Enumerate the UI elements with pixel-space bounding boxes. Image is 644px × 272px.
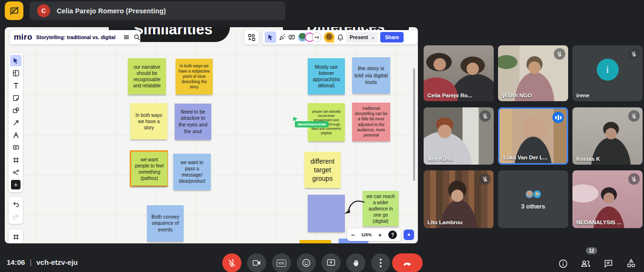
participant-name: Ikra Künü: [427, 156, 453, 162]
reactions-tool-icon[interactable]: [279, 34, 286, 41]
people-icon: [580, 258, 591, 269]
collaborator-overflow[interactable]: +4: [312, 32, 322, 42]
mic-muted-icon: [628, 110, 640, 122]
chat-button[interactable]: [602, 258, 614, 269]
mic-toggle-button[interactable]: [222, 253, 241, 272]
zoom-level[interactable]: 125%: [361, 232, 372, 237]
undo-icon[interactable]: [10, 199, 21, 210]
meet-app-icon[interactable]: [5, 1, 23, 20]
sticky-note[interactable]: In both ways we have a subjective point …: [176, 59, 213, 94]
end-call-icon: [402, 258, 413, 268]
arrow-tool-icon[interactable]: [10, 117, 21, 128]
participant-name: Luka Van Der L...: [503, 155, 548, 160]
raise-hand-button[interactable]: [346, 253, 365, 272]
sticky-note[interactable]: Need to be atractive to the eyes and the…: [175, 104, 211, 140]
sticky-note[interactable]: different target groups: [304, 152, 341, 188]
participant-tile[interactable]: Ikra Künü: [424, 107, 494, 165]
participant-tile[interactable]: Lito Lambrou: [424, 170, 494, 228]
pen-tool-icon[interactable]: [10, 129, 21, 141]
remote-cursor-name: danielmascrema: [295, 121, 329, 127]
miro-header: miro Storytelling: traditional vs. digit…: [10, 30, 140, 44]
notifications-bell-icon[interactable]: [337, 34, 344, 41]
participant-tile[interactable]: yEUth NGO: [498, 45, 568, 101]
mic-muted-icon: [554, 48, 565, 60]
lightning-icon: ⚡: [331, 39, 336, 44]
text-tool-icon[interactable]: [10, 80, 21, 91]
sticky-note[interactable]: we want people to feel something (pathos…: [131, 152, 167, 186]
widgets-icon: [248, 33, 255, 41]
miro-left-toolbar: +: [9, 53, 23, 192]
diagramming-tool-icon[interactable]: [10, 167, 21, 178]
more-options-icon: [380, 259, 382, 267]
cursor-tool-button[interactable]: [265, 31, 276, 43]
frames-panel-button[interactable]: [9, 230, 23, 243]
zoom-controls: − 125% + ?: [347, 229, 401, 241]
redo-icon[interactable]: [10, 211, 21, 222]
participant-tile[interactable]: i irene: [572, 45, 643, 101]
sticky-note[interactable]: traditional storytelling can be a little…: [352, 103, 390, 141]
frame-tool-icon[interactable]: [10, 154, 21, 166]
menu-icon[interactable]: [123, 34, 130, 41]
board-scrollbar[interactable]: [413, 68, 415, 181]
comment-tool-icon[interactable]: [10, 142, 21, 153]
sticky-note[interactable]: Mostly use listener approach(tra ditiona…: [308, 58, 345, 94]
others-count-label: 3 others: [521, 203, 545, 210]
reactions-button[interactable]: [297, 253, 316, 272]
present-icon: [326, 258, 336, 268]
search-icon[interactable]: [134, 34, 140, 41]
presentation-off-icon: [9, 6, 20, 16]
captions-icon: CC: [277, 260, 287, 267]
chevron-down-icon[interactable]: ⌄: [372, 35, 375, 40]
sticky-note[interactable]: our narrative should be recognisable and…: [128, 58, 166, 94]
participant-tile-overflow[interactable]: 3 others: [498, 170, 568, 228]
captions-button[interactable]: CC: [272, 253, 291, 272]
sticky-note[interactable]: the story is told via digital tools: [352, 57, 390, 94]
undo-redo-panel: [9, 197, 23, 224]
miro-assist-button[interactable]: ✦: [404, 230, 414, 240]
present-screen-button[interactable]: [322, 253, 341, 272]
more-options-button[interactable]: [371, 253, 390, 272]
show-participants-button[interactable]: [580, 258, 591, 269]
present-button[interactable]: Present ⌄: [346, 32, 378, 42]
collaborator-avatars[interactable]: +4: [298, 32, 322, 42]
sticky-note[interactable]: we can reach a wider audience in one go …: [363, 191, 399, 226]
help-button[interactable]: ?: [388, 230, 397, 239]
board-title[interactable]: Storytelling: traditional vs. digital: [36, 34, 115, 40]
avatar: [533, 190, 541, 199]
widgets-panel-button[interactable]: [244, 30, 259, 44]
miro-logo[interactable]: miro: [14, 32, 32, 42]
sticky-note-tool-icon[interactable]: [10, 92, 21, 104]
sticky-note[interactable]: Both convey sequence of events: [147, 205, 184, 241]
meeting-details-button[interactable]: [557, 258, 569, 269]
participant-tile-active-speaker[interactable]: Luka Van Der L...: [498, 107, 568, 165]
end-call-button[interactable]: [392, 253, 423, 272]
camera-toggle-button[interactable]: [247, 253, 266, 272]
screenshare-miro-board[interactable]: Similarities Differences miro Storytelli…: [5, 27, 418, 243]
share-button[interactable]: Share: [380, 32, 404, 42]
avatar: i: [597, 59, 619, 81]
current-user-avatar[interactable]: ⚡: [324, 32, 334, 42]
meeting-code: vch-etzv-eju: [36, 258, 78, 266]
camera-icon: [252, 258, 261, 268]
comments-tool-icon[interactable]: [288, 34, 295, 41]
participant-tile[interactable]: Celia Parejo Ro...: [424, 45, 494, 101]
participant-tile[interactable]: Kostas K: [572, 107, 643, 165]
info-icon: [558, 259, 568, 269]
zoom-out-button[interactable]: −: [351, 231, 355, 239]
sticky-note[interactable]: In both ways we have a story: [130, 103, 167, 139]
zoom-in-button[interactable]: +: [378, 231, 382, 239]
participant-tile[interactable]: NEOANALYSIS ...: [572, 170, 643, 228]
sticky-note-partial[interactable]: [300, 240, 331, 243]
sticky-note[interactable]: [308, 195, 345, 232]
mic-muted-icon: [628, 48, 640, 60]
shapes-tool-icon[interactable]: [10, 105, 21, 116]
presenter-avatar: C: [37, 4, 50, 17]
connector-arrow[interactable]: [343, 197, 366, 220]
templates-tool-icon[interactable]: [10, 67, 21, 79]
select-tool-button[interactable]: [10, 55, 21, 66]
sticky-note[interactable]: we want to pass a message/ idea/product: [173, 154, 211, 190]
participant-name: NEOANALYSIS ...: [576, 220, 622, 225]
activities-button[interactable]: [625, 258, 637, 269]
add-more-tools-button[interactable]: +: [10, 179, 21, 190]
meeting-info: 14:06 | vch-etzv-eju: [7, 258, 78, 266]
